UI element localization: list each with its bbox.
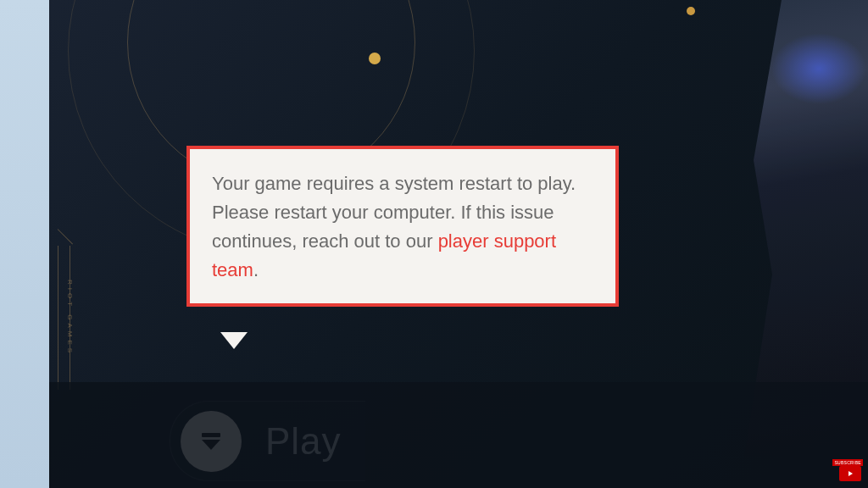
bottom-action-bar [49,382,868,488]
youtube-icon[interactable] [839,466,861,481]
error-message-tail: . [253,259,259,280]
tooltip-pointer [220,332,248,349]
game-launcher-view: RIOT GAMES Your game requires a system r… [0,0,868,488]
youtube-subscribe-label: SUBSCRIBE [832,459,863,466]
decorative-dot [687,7,695,15]
left-window-strip [0,0,49,488]
error-message: Your game requires a system restart to p… [212,169,593,285]
decorative-dot [369,53,381,64]
error-tooltip: Your game requires a system restart to p… [186,146,619,307]
side-brand-label: RIOT GAMES [66,280,74,356]
